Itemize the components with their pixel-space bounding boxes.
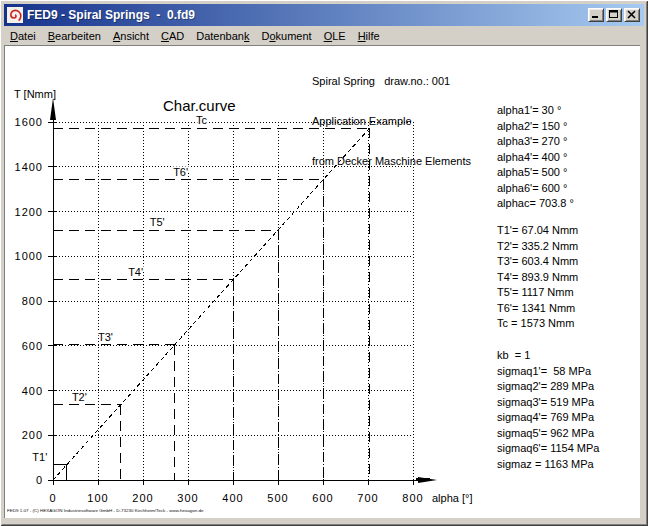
x-tick-label: 500 <box>267 492 288 504</box>
y-tick-label: 400 <box>22 385 43 397</box>
marker-label: T1' <box>32 451 47 463</box>
x-tick-label: 600 <box>312 492 333 504</box>
spiral-glyph <box>8 8 22 22</box>
x-axis-label: alpha [°] <box>432 492 472 504</box>
x-tick-label: 0 <box>49 492 56 504</box>
result-line: sigmaq6'= 1154 MPa <box>497 441 600 457</box>
x-tick-label: 800 <box>402 492 423 504</box>
marker-label: T2' <box>72 391 87 403</box>
characteristic-curve-chart: 0200400600800100012001400160001002003004… <box>4 45 504 505</box>
result-line: T2'= 335.2 Nmm <box>497 239 578 255</box>
x-tick-label: 700 <box>357 492 378 504</box>
result-line: sigmaq4'= 769 MPa <box>497 410 600 426</box>
y-tick-label: 1200 <box>15 206 43 218</box>
result-line: sigmaq5'= 962 MPa <box>497 426 600 442</box>
y-tick-label: 200 <box>22 429 43 441</box>
marker-label: T3' <box>98 331 113 343</box>
title-bar: FED9 - Spiral Springs - 0.fd9 <box>4 4 644 26</box>
result-line: T6'= 1341 Nmm <box>497 301 578 317</box>
document-area: Spiral Spring draw.no.: 001 Application … <box>4 45 640 518</box>
menu-item-datenbank[interactable]: Datenbank <box>190 28 255 44</box>
y-tick-label: 600 <box>22 340 43 352</box>
result-line: alpha4'= 400 ° <box>497 150 574 166</box>
stress-values-group: kb = 1sigmaq1'= 58 MPasigmaq2'= 289 MPas… <box>497 348 600 472</box>
torque-values-group: T1'= 67.04 NmmT2'= 335.2 NmmT3'= 603.4 N… <box>497 223 578 332</box>
close-button[interactable] <box>624 8 640 22</box>
x-tick-label: 100 <box>87 492 108 504</box>
alpha-values-group: alpha1'= 30 °alpha2'= 150 °alpha3'= 270 … <box>497 103 574 212</box>
menu-item-ansicht[interactable]: Ansicht <box>107 28 155 44</box>
maximize-button[interactable] <box>606 8 622 22</box>
menu-item-cad[interactable]: CAD <box>155 28 190 44</box>
menu-item-ole[interactable]: OLE <box>318 28 352 44</box>
x-tick-label: 200 <box>132 492 153 504</box>
y-tick-label: 1400 <box>15 161 43 173</box>
marker-label: T5' <box>150 216 165 228</box>
result-line: sigmaq2'= 289 MPa <box>497 379 600 395</box>
window-controls <box>588 8 640 22</box>
y-tick-label: 1000 <box>15 250 43 262</box>
minimize-icon <box>591 10 601 19</box>
license-small-print: FED9 1.07 - (C) HEXAGON Industriesoftwar… <box>7 508 204 513</box>
result-line: alpha6'= 600 ° <box>497 181 574 197</box>
marker-label: T4' <box>128 266 143 278</box>
result-line: T4'= 893.9 Nmm <box>497 270 578 286</box>
result-line: alpha5'= 500 ° <box>497 165 574 181</box>
menu-bar: DateiBearbeitenAnsichtCADDatenbankDokume… <box>4 26 644 45</box>
y-tick-label: 0 <box>36 474 43 486</box>
minimize-button[interactable] <box>588 8 604 22</box>
x-tick-label: 300 <box>177 492 198 504</box>
result-line: alpha1'= 30 ° <box>497 103 574 119</box>
maximize-icon <box>609 10 619 19</box>
result-line: sigmaq1'= 58 MPa <box>497 364 600 380</box>
result-line: kb = 1 <box>497 348 600 364</box>
app-window: FED9 - Spiral Springs - 0.fd9 DateiBearb… <box>0 0 648 526</box>
menu-item-hilfe[interactable]: Hilfe <box>352 28 386 44</box>
result-line: T3'= 603.4 Nmm <box>497 254 578 270</box>
y-tick-label: 1600 <box>15 116 43 128</box>
result-line: sigmaq3'= 519 MPa <box>497 395 600 411</box>
chart-title: Char.curve <box>163 97 236 114</box>
menu-item-datei[interactable]: Datei <box>4 28 42 44</box>
chart-svg: 0200400600800100012001400160001002003004… <box>4 45 504 505</box>
menu-item-dokument[interactable]: Dokument <box>255 28 317 44</box>
result-line: T1'= 67.04 Nmm <box>497 223 578 239</box>
close-icon <box>627 10 637 19</box>
result-line: sigmaz = 1163 MPa <box>497 457 600 473</box>
menu-item-bearbeiten[interactable]: Bearbeiten <box>42 28 107 44</box>
y-axis-arrow <box>50 98 56 120</box>
x-tick-label: 400 <box>222 492 243 504</box>
result-line: T5'= 1117 Nmm <box>497 285 578 301</box>
window-title: FED9 - Spiral Springs - 0.fd9 <box>27 8 588 22</box>
result-line: Tc = 1573 Nmm <box>497 316 578 332</box>
result-line: alphac= 703.8 ° <box>497 196 574 212</box>
marker-label: Tc <box>196 114 208 126</box>
result-line: alpha3'= 270 ° <box>497 134 574 150</box>
characteristic-line <box>53 128 370 480</box>
marker-label: T6' <box>173 166 188 178</box>
y-axis-label: T [Nmm] <box>14 88 56 100</box>
result-line: alpha2'= 150 ° <box>497 119 574 135</box>
app-spiral-icon[interactable] <box>7 7 23 23</box>
y-tick-label: 800 <box>22 295 43 307</box>
